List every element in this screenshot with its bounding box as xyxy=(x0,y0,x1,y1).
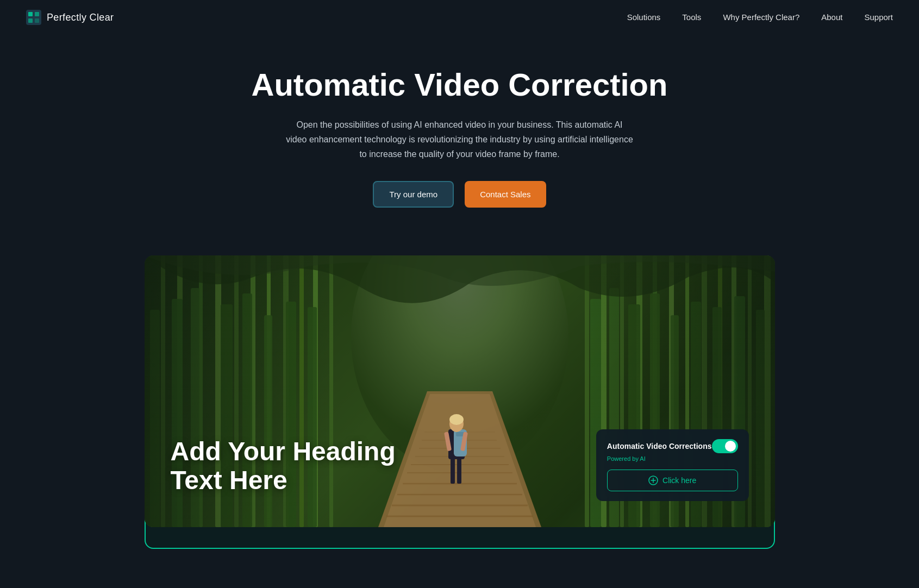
click-here-button[interactable]: Click here xyxy=(607,470,738,491)
correction-card: Automatic Video Corrections Powered by A… xyxy=(596,429,749,501)
brand-name: Perfectly Clear xyxy=(47,12,114,23)
correction-card-header: Automatic Video Corrections xyxy=(607,439,738,453)
svg-rect-1 xyxy=(28,12,33,16)
ai-corrections-toggle[interactable] xyxy=(712,439,738,453)
svg-rect-2 xyxy=(35,12,39,16)
nav-tools[interactable]: Tools xyxy=(682,12,701,22)
contact-sales-button[interactable]: Contact Sales xyxy=(465,181,546,208)
powered-by-ai-label: Powered by AI xyxy=(607,455,738,462)
logo-icon xyxy=(26,10,41,25)
svg-rect-59 xyxy=(451,456,455,484)
video-wrapper: Add Your Heading Text Here Automatic Vid… xyxy=(22,255,897,527)
toggle-slider xyxy=(712,439,738,453)
video-container: Add Your Heading Text Here Automatic Vid… xyxy=(145,255,775,527)
brand-logo[interactable]: Perfectly Clear xyxy=(26,10,114,25)
svg-rect-4 xyxy=(35,18,39,23)
nav-support[interactable]: Support xyxy=(864,12,893,22)
nav-links: Solutions Tools Why Perfectly Clear? Abo… xyxy=(627,12,893,22)
try-demo-button[interactable]: Try our demo xyxy=(373,181,454,208)
nav-why[interactable]: Why Perfectly Clear? xyxy=(723,12,799,22)
svg-point-65 xyxy=(449,414,464,425)
navbar: Perfectly Clear Solutions Tools Why Perf… xyxy=(0,0,919,35)
svg-rect-60 xyxy=(457,456,461,484)
svg-rect-3 xyxy=(28,18,33,23)
hero-subtitle: Open the possibilities of using AI enhan… xyxy=(286,117,634,162)
video-background: Add Your Heading Text Here Automatic Vid… xyxy=(145,255,775,527)
plus-circle-icon xyxy=(648,476,658,485)
correction-card-title: Automatic Video Corrections xyxy=(607,442,712,451)
hero-section: Automatic Video Correction Open the poss… xyxy=(215,35,704,255)
hero-title: Automatic Video Correction xyxy=(226,67,693,102)
click-here-label: Click here xyxy=(662,476,696,485)
video-section: Add Your Heading Text Here Automatic Vid… xyxy=(0,255,919,549)
nav-solutions[interactable]: Solutions xyxy=(627,12,661,22)
nav-about[interactable]: About xyxy=(821,12,842,22)
hero-buttons: Try our demo Contact Sales xyxy=(226,181,693,208)
svg-rect-0 xyxy=(26,10,41,25)
video-overlay-heading: Add Your Heading Text Here xyxy=(171,437,396,495)
